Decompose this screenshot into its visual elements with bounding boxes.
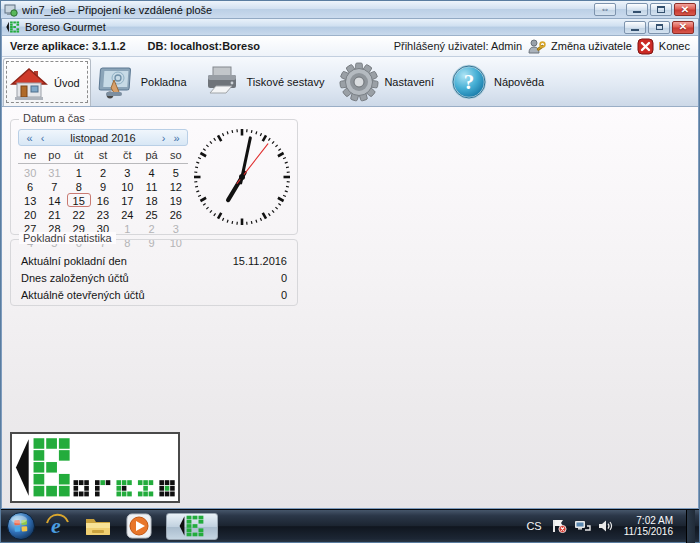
taskbar: e CS [1, 509, 699, 542]
calendar-weekday-header: so [164, 148, 188, 164]
language-indicator[interactable]: CS [524, 520, 543, 532]
internet-explorer-icon[interactable]: e [44, 513, 70, 539]
svg-text:?: ? [464, 70, 475, 94]
start-button[interactable] [6, 511, 36, 541]
stat-row-current-day: Aktuální pokladní den 15.11.2016 [21, 252, 287, 269]
gear-icon [338, 61, 380, 103]
calendar-day[interactable]: 1 [67, 165, 91, 179]
calendar-day[interactable]: 3 [115, 165, 139, 179]
tab-pokladna[interactable]: Pokladna [91, 58, 197, 106]
calendar-day[interactable]: 31 [42, 165, 66, 179]
app-restore-button[interactable] [648, 21, 670, 34]
media-player-icon[interactable] [126, 513, 152, 539]
tab-tiskove-sestavy[interactable]: Tiskové sestavy [197, 58, 335, 106]
app-titlebar: Boreso Gourmet ✕ [2, 19, 698, 36]
taskbar-clock[interactable]: 7:02 AM 11/15/2016 [620, 515, 679, 537]
stat-value: 0 [281, 289, 287, 301]
calendar-day[interactable]: 1 [115, 221, 139, 235]
calendar-day[interactable]: 14 [42, 193, 66, 207]
calendar-weekday-header: čt [115, 148, 139, 164]
calendar-day[interactable]: 5 [164, 165, 188, 179]
volume-icon[interactable] [598, 519, 613, 533]
stats-groupbox: Pokladní statistika Aktuální pokladní de… [10, 239, 298, 306]
calendar-day[interactable]: 8 [67, 179, 91, 193]
calendar-prev-year-button[interactable]: « [23, 132, 36, 144]
tab-pokladna-label: Pokladna [141, 76, 187, 88]
windows-explorer-icon[interactable] [84, 514, 112, 538]
stats-group-title: Pokladní statistika [19, 232, 116, 244]
rdp-pin-button[interactable]: ⇔ [594, 3, 616, 16]
calendar-day[interactable]: 9 [91, 179, 115, 193]
calendar-weekday-header: po [42, 148, 66, 164]
main-tabstrip: Úvod Pokladna [2, 57, 698, 107]
app-window-title: Boreso Gourmet [20, 21, 624, 33]
calendar-day[interactable]: 11 [139, 179, 163, 193]
stat-value: 0 [281, 272, 287, 284]
logged-user-label: Přihlášený uživatel: Admin [394, 40, 522, 52]
calendar-day[interactable]: 4 [139, 165, 163, 179]
show-desktop-button[interactable] [686, 510, 695, 543]
calendar-day[interactable]: 16 [91, 193, 115, 207]
calendar-day[interactable]: 24 [115, 207, 139, 221]
home-icon [8, 62, 50, 104]
stat-label: Dnes založených účtů [21, 272, 281, 284]
datetime-groupbox: Datum a čas « ‹ listopad 2016 › » nepoút… [10, 119, 298, 235]
calendar-day[interactable]: 7 [42, 179, 66, 193]
calendar-day[interactable]: 23 [91, 207, 115, 221]
calendar-day[interactable]: 3 [164, 221, 188, 235]
app-version-label: Verze aplikace: 3.1.1.2 [10, 40, 126, 52]
change-user-button[interactable]: Změna uživatele [551, 40, 632, 52]
rdp-minimize-button[interactable] [626, 3, 648, 16]
calendar-day[interactable]: 22 [67, 207, 91, 221]
boreso-logo [10, 432, 180, 503]
app-minimize-button[interactable] [624, 21, 646, 34]
calendar-next-year-button[interactable]: » [170, 132, 183, 144]
calendar-weekday-header: pá [139, 148, 163, 164]
calendar-day[interactable]: 30 [18, 165, 42, 179]
stat-label: Aktuální pokladní den [21, 255, 233, 267]
rdp-window: win7_ie8 – Připojení ke vzdálené ploše ⇔… [0, 0, 700, 543]
rdp-app-icon [4, 3, 18, 17]
calendar-day[interactable]: 13 [18, 193, 42, 207]
tab-napoveda[interactable]: ? Nápověda [444, 58, 554, 106]
calendar-next-month-button[interactable]: › [157, 132, 170, 144]
calendar-day[interactable]: 19 [164, 193, 188, 207]
calendar-day[interactable]: 20 [18, 207, 42, 221]
calendar-weekday-header: út [67, 148, 91, 164]
help-icon: ? [448, 61, 490, 103]
tab-uvod-label: Úvod [54, 77, 80, 89]
calendar-day[interactable]: 6 [18, 179, 42, 193]
network-icon[interactable] [574, 519, 591, 533]
app-close-button[interactable]: ✕ [672, 21, 694, 34]
cash-register-icon [95, 61, 137, 103]
tab-nastaveni-label: Nastavení [384, 76, 434, 88]
taskbar-date: 11/15/2016 [624, 526, 673, 537]
rdp-maximize-button[interactable] [650, 3, 672, 16]
calendar-day[interactable]: 2 [91, 165, 115, 179]
tab-nastaveni[interactable]: Nastavení [334, 58, 444, 106]
change-user-icon[interactable] [527, 38, 546, 55]
calendar-month-label[interactable]: listopad 2016 [49, 132, 157, 144]
rdp-close-button[interactable]: ✕ [674, 3, 696, 16]
action-center-icon[interactable] [551, 519, 567, 533]
stat-value: 15.11.2016 [233, 255, 287, 267]
calendar-prev-month-button[interactable]: ‹ [36, 132, 49, 144]
taskbar-boreso-button[interactable] [166, 513, 218, 540]
calendar-day[interactable]: 25 [139, 207, 163, 221]
calendar-day[interactable]: 12 [164, 179, 188, 193]
rdp-window-title: win7_ie8 – Připojení ke vzdálené ploše [18, 4, 594, 16]
calendar-day-selected[interactable]: 15 [67, 193, 91, 207]
calendar-day[interactable]: 17 [115, 193, 139, 207]
exit-button[interactable]: Konec [659, 40, 690, 52]
calendar-day[interactable]: 2 [139, 221, 163, 235]
boreso-taskbar-icon [179, 515, 205, 537]
calendar-day[interactable]: 26 [164, 207, 188, 221]
tab-tiskove-sestavy-label: Tiskové sestavy [247, 76, 325, 88]
calendar-day[interactable]: 21 [42, 207, 66, 221]
calendar-day[interactable]: 10 [115, 179, 139, 193]
info-bar: Verze aplikace: 3.1.1.2 DB: localhost:Bo… [2, 36, 698, 57]
system-tray: CS 7:0 [524, 510, 699, 543]
calendar-day[interactable]: 18 [139, 193, 163, 207]
exit-icon[interactable] [637, 38, 654, 55]
tab-uvod[interactable]: Úvod [3, 58, 91, 106]
